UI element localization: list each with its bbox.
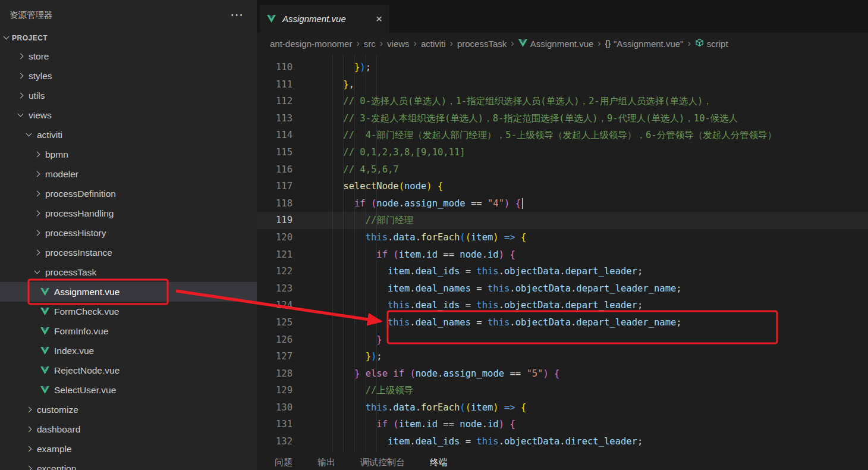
code-line-125[interactable]: 125 this.deal_names = this.objectData.de… <box>257 314 868 331</box>
code-text: // 0-选择人员(单选人)，1-指定组织选择人员(单选人)，2-用户组人员选择… <box>293 93 712 110</box>
code-line-118[interactable]: 118 if (node.assign_mode == "4") { <box>257 195 868 212</box>
line-number: 110 <box>257 59 293 76</box>
chevron-right-icon <box>24 424 34 435</box>
tree-item-utils[interactable]: utils <box>0 86 257 105</box>
tree-item-label: FormInfo.vue <box>54 326 108 337</box>
breadcrumb-item[interactable]: {}"Assignment.vue" <box>605 39 684 49</box>
module-symbol-icon <box>695 38 704 49</box>
code-line-112[interactable]: 112 // 0-选择人员(单选人)，1-指定组织选择人员(单选人)，2-用户组… <box>257 93 868 110</box>
code-text: this.data.forEach((item) => { <box>293 399 526 416</box>
tab-assignment-vue[interactable]: Assignment.vue × <box>260 5 389 33</box>
code-line-127[interactable]: 127 }); <box>257 348 868 365</box>
tree-item-modeler[interactable]: modeler <box>0 164 257 184</box>
breadcrumb-label: src <box>364 39 376 49</box>
tree-item-dashboard[interactable]: dashboard <box>0 419 257 439</box>
code-line-123[interactable]: 123 item.deal_names = this.objectData.de… <box>257 280 868 297</box>
code-line-129[interactable]: 129 //上级领导 <box>257 382 868 399</box>
tree-item-label: activiti <box>37 130 62 140</box>
code-line-132[interactable]: 132 item.deal_ids = this.objectData.dire… <box>257 433 868 450</box>
code-text: // 4,5,6,7 <box>293 161 399 178</box>
code-text: // 4-部门经理（发起人部门经理），5-上级领导（发起人上级领导），6-分管领… <box>293 127 776 144</box>
breadcrumb-item[interactable]: src <box>364 39 376 49</box>
tree-item-styles[interactable]: styles <box>0 66 257 86</box>
tree-item-views[interactable]: views <box>0 105 257 125</box>
chevron-right-icon <box>32 149 43 160</box>
tree-item-label: processTask <box>45 267 96 278</box>
line-number: 125 <box>257 314 293 331</box>
breadcrumb-item[interactable]: ant-design-monomer <box>270 39 352 49</box>
chevron-right-icon <box>32 169 43 180</box>
code-line-111[interactable]: 111 }, <box>257 76 868 93</box>
code-line-126[interactable]: 126 } <box>257 331 868 349</box>
code-editor[interactable]: 110 });111 },112 // 0-选择人员(单选人)，1-指定组织选择… <box>257 54 868 454</box>
more-actions-icon[interactable]: ⋯ <box>230 8 245 21</box>
code-line-128[interactable]: 128 } else if (node.assign_mode == "5") … <box>257 365 868 383</box>
code-line-124[interactable]: 124 this.deal_ids = this.objectData.depa… <box>257 297 868 314</box>
line-number: 127 <box>257 348 293 365</box>
panel-tab-output[interactable]: 输出 <box>317 457 335 470</box>
code-line-114[interactable]: 114 // 4-部门经理（发起人部门经理），5-上级领导（发起人上级领导），6… <box>257 127 868 144</box>
vue-file-icon <box>40 366 52 374</box>
code-text: this.deal_ids = this.objectData.depart_l… <box>293 297 643 314</box>
tree-item-example[interactable]: example <box>0 439 257 459</box>
line-number: 113 <box>257 110 293 127</box>
code-line-116[interactable]: 116 // 4,5,6,7 <box>257 161 868 178</box>
vue-file-icon <box>40 308 52 315</box>
breadcrumb: ant-design-monomer›src›views›activiti›pr… <box>257 33 868 54</box>
explorer-title: 资源管理器 <box>10 10 53 21</box>
code-line-120[interactable]: 120 this.data.forEach((item) => { <box>257 229 868 246</box>
breadcrumb-item[interactable]: script <box>695 38 728 49</box>
tree-item-formcheck-vue[interactable]: FormCheck.vue <box>0 302 257 321</box>
code-line-110[interactable]: 110 }); <box>257 59 868 76</box>
chevron-right-icon <box>32 247 43 258</box>
line-number: 121 <box>257 246 293 264</box>
chevron-down-icon <box>24 130 34 140</box>
tree-item-label: bpmn <box>45 149 68 160</box>
close-icon[interactable]: × <box>376 13 382 24</box>
code-line-117[interactable]: 117 selectNode(node) { <box>257 178 868 195</box>
tab-label: Assignment.vue <box>282 14 346 24</box>
code-text: //部门经理 <box>293 212 413 229</box>
breadcrumb-item[interactable]: activiti <box>421 39 446 49</box>
tree-item-processhandling[interactable]: processHandling <box>0 203 257 223</box>
tree-item-processdefinition[interactable]: processDefinition <box>0 184 257 203</box>
project-section-header[interactable]: PROJECT <box>0 30 257 46</box>
tree-item-exception[interactable]: exception <box>0 459 257 470</box>
line-number: 129 <box>257 382 293 399</box>
panel-tab-problems[interactable]: 问题 <box>275 457 293 470</box>
code-text: //上级领导 <box>293 382 413 399</box>
tree-item-bpmn[interactable]: bpmn <box>0 145 257 164</box>
tree-item-rejectnode-vue[interactable]: RejectNode.vue <box>0 361 257 380</box>
code-line-122[interactable]: 122 item.deal_ids = this.objectData.depa… <box>257 263 868 280</box>
code-line-121[interactable]: 121 if (item.id == node.id) { <box>257 246 868 264</box>
breadcrumb-item[interactable]: Assignment.vue <box>518 39 594 49</box>
tree-item-activiti[interactable]: activiti <box>0 125 257 145</box>
chevron-right-icon <box>24 463 34 470</box>
code-text: item.deal_ids = this.objectData.direct_l… <box>293 433 643 450</box>
tree-item-processinstance[interactable]: processInstance <box>0 243 257 262</box>
tree-item-index-vue[interactable]: Index.vue <box>0 341 257 361</box>
panel-tab-debug-console[interactable]: 调试控制台 <box>360 457 405 470</box>
code-line-113[interactable]: 113 // 3-发起人本组织选择(单选人)，8-指定范围选择(单选人)，9-代… <box>257 110 868 127</box>
code-line-131[interactable]: 131 if (item.id == node.id) { <box>257 416 868 433</box>
code-line-130[interactable]: 130 this.data.forEach((item) => { <box>257 399 868 416</box>
breadcrumb-label: processTask <box>457 39 507 49</box>
breadcrumb-item[interactable]: processTask <box>457 39 507 49</box>
tree-item-selectuser-vue[interactable]: SelectUser.vue <box>0 380 257 400</box>
breadcrumb-label: script <box>707 39 728 49</box>
vue-file-icon <box>40 347 52 355</box>
breadcrumb-separator: › <box>511 38 514 49</box>
tree-item-processhistory[interactable]: processHistory <box>0 223 257 243</box>
tree-item-assignment-vue[interactable]: Assignment.vue <box>0 282 257 302</box>
code-line-119[interactable]: 119 //部门经理 <box>257 212 868 229</box>
tree-item-store[interactable]: store <box>0 46 257 66</box>
tree-item-label: example <box>37 444 72 455</box>
chevron-down-icon <box>1 33 12 43</box>
tree-item-processtask[interactable]: processTask <box>0 262 257 282</box>
tree-item-customize[interactable]: customize <box>0 400 257 419</box>
line-number: 126 <box>257 331 293 349</box>
code-line-115[interactable]: 115 // 0,1,2,3,8,[9,10,11] <box>257 144 868 161</box>
breadcrumb-item[interactable]: views <box>387 39 410 49</box>
tree-item-forminfo-vue[interactable]: FormInfo.vue <box>0 321 257 341</box>
panel-tab-terminal[interactable]: 终端 <box>430 457 448 470</box>
